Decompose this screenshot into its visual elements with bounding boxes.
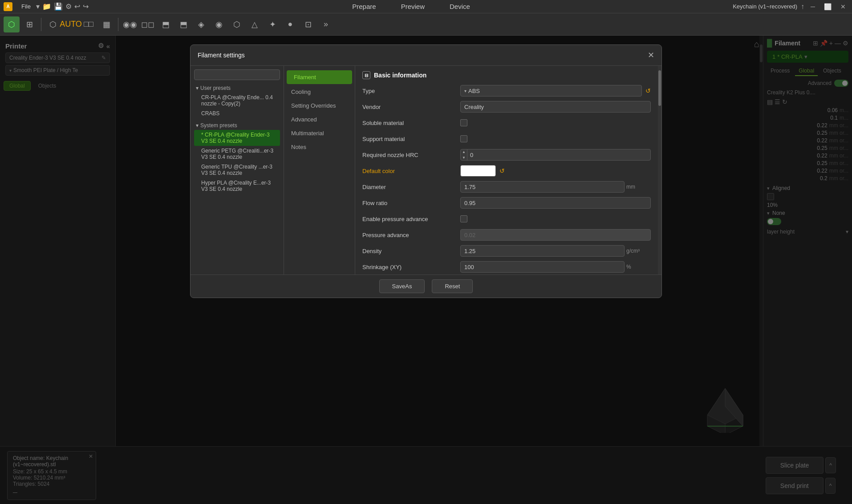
pressure-advance-label: Pressure advance xyxy=(362,232,460,238)
diameter-label: Diameter xyxy=(362,184,460,190)
nav-advanced[interactable]: Advanced xyxy=(284,113,355,126)
toolbar-modifier[interactable]: ◈ xyxy=(193,16,209,32)
toolbar-sep-2 xyxy=(118,18,118,31)
nav-multimaterial[interactable]: Multimaterial xyxy=(284,126,355,140)
tree-item-tpu[interactable]: Generic TPU @Creality ...er-3 V3 SE 0.4 … xyxy=(194,162,280,178)
type-select[interactable]: ▾ ABS xyxy=(460,85,642,97)
tree-item-petg[interactable]: Generic PETG @Crealiti...er-3 V3 SE 0.4 … xyxy=(194,146,280,162)
menu-items: File ▾ 📁 💾 ⚙ ↩ ↪ xyxy=(18,1,89,12)
nav-prepare[interactable]: Prepare xyxy=(349,1,379,12)
menu-icon-save[interactable]: 💾 xyxy=(53,1,64,12)
shrinkage-xy-unit: % xyxy=(626,264,651,270)
modal-scrollbar-thumb xyxy=(658,70,661,106)
toolbar-assemble[interactable]: ⊡ xyxy=(300,16,316,32)
type-label: Type xyxy=(362,88,460,94)
nav-filament[interactable]: Filament xyxy=(287,70,352,84)
modal-title: Filament settings xyxy=(198,52,245,59)
support-label: Support material xyxy=(362,136,460,142)
nav-cooling[interactable]: Cooling xyxy=(284,85,355,99)
field-soluble: Soluble material xyxy=(362,117,651,129)
tree-search-input[interactable] xyxy=(194,69,280,80)
upload-icon[interactable]: ↑ xyxy=(801,3,804,11)
toolbar-home[interactable]: ⬡ xyxy=(4,16,20,32)
toolbar-auto[interactable]: AUTO xyxy=(63,16,79,32)
diameter-input[interactable] xyxy=(460,181,625,193)
win-maximize[interactable]: ⬜ xyxy=(821,2,834,11)
density-unit: g/cm³ xyxy=(626,248,651,254)
tree-item-hyperpla[interactable]: Hyper PLA @Creality E...er-3 V3 SE 0.4 n… xyxy=(194,178,280,194)
density-label: Density xyxy=(362,248,460,254)
soluble-label: Soluble material xyxy=(362,120,460,126)
toolbar-seam[interactable]: ◉ xyxy=(211,16,227,32)
menu-icon-folder[interactable]: 📁 xyxy=(41,1,52,12)
nozzle-hrc-down[interactable]: ▼ xyxy=(461,155,467,161)
modal-nav: Filament Cooling Setting Overrides Advan… xyxy=(284,66,355,274)
win-minimize[interactable]: ─ xyxy=(808,2,818,11)
modal-scrollbar[interactable] xyxy=(658,66,661,274)
color-reset-icon[interactable]: ↺ xyxy=(499,167,505,174)
soluble-checkbox[interactable] xyxy=(460,119,467,126)
modal-overlay: Filament settings ✕ ▾ User presets CR-PL… xyxy=(0,36,852,504)
reset-button[interactable]: Reset xyxy=(432,279,473,293)
menu-icon-redo[interactable]: ↪ xyxy=(82,1,89,12)
toolbar-fuzzy[interactable]: ⬡ xyxy=(229,16,245,32)
field-vendor: Vendor xyxy=(362,101,651,113)
pressure-enable-checkbox[interactable] xyxy=(460,215,467,222)
field-diameter: Diameter mm xyxy=(362,181,651,193)
menu-icon-settings[interactable]: ⚙ xyxy=(65,1,73,12)
tree-item-crabs[interactable]: CRABS xyxy=(194,109,280,118)
menu-icon-undo[interactable]: ↩ xyxy=(73,1,81,12)
type-reset-icon[interactable]: ↺ xyxy=(645,87,651,94)
tree-item-crpla-selected[interactable]: * CR-PLA @Creality Ender-3 V3 SE 0.4 noz… xyxy=(194,130,280,146)
toolbar-add-object[interactable]: ⊞ xyxy=(21,16,37,32)
default-color-picker[interactable] xyxy=(460,165,496,177)
nozzle-hrc-up[interactable]: ▲ xyxy=(461,149,467,155)
vendor-input[interactable] xyxy=(460,101,651,113)
modal-tree: ▾ User presets CR-PLA @Creality Ende... … xyxy=(191,66,284,274)
toolbar-place[interactable]: ⬡ xyxy=(45,16,61,32)
field-support: Support material xyxy=(362,133,651,145)
nozzle-hrc-spinner[interactable]: ▲ ▼ 0 xyxy=(460,149,651,161)
shrinkage-xy-label: Shrinkage (XY) xyxy=(362,264,460,270)
shrinkage-xy-input[interactable] xyxy=(460,261,625,273)
modal-content-area: ⊟ Basic information Type ▾ ABS ↺ xyxy=(355,66,658,274)
modal-footer: SaveAs Reset xyxy=(191,274,661,298)
toolbar-plate[interactable]: □□ xyxy=(81,16,97,32)
toolbar-measure[interactable]: ● xyxy=(282,16,298,32)
pressure-advance-input xyxy=(460,229,651,241)
field-pressure-advance: Pressure advance xyxy=(362,229,651,241)
system-presets-chevron: ▾ xyxy=(196,122,199,129)
nozzle-hrc-label: Required nozzle HRC xyxy=(362,152,460,158)
menu-dropdown-icon[interactable]: ▾ xyxy=(35,1,41,12)
toolbar-multi1[interactable]: ◉◉ xyxy=(122,16,138,32)
vendor-label: Vendor xyxy=(362,104,460,110)
toolbar-text[interactable]: △ xyxy=(247,16,263,32)
nav-notes[interactable]: Notes xyxy=(284,140,355,154)
toolbar-sep-1 xyxy=(41,18,41,31)
main-nav: Prepare Preview Device xyxy=(95,1,727,12)
menu-bar: A File ▾ 📁 💾 ⚙ ↩ ↪ Prepare Preview Devic… xyxy=(0,0,852,13)
nozzle-hrc-value: 0 xyxy=(467,152,650,158)
density-input[interactable] xyxy=(460,245,625,257)
win-close[interactable]: ✕ xyxy=(838,2,848,11)
saveas-button[interactable]: SaveAs xyxy=(379,279,425,293)
modal-close-button[interactable]: ✕ xyxy=(648,50,654,60)
tree-item-copy2[interactable]: CR-PLA @Creality Ende... 0.4 nozzle - Co… xyxy=(194,93,280,109)
field-pressure-advance-enable: Enable pressure advance xyxy=(362,213,651,225)
section-icon: ⊟ xyxy=(362,71,370,79)
flow-ratio-input[interactable] xyxy=(460,197,651,209)
toolbar-multi2[interactable]: ◻◻ xyxy=(140,16,156,32)
toolbar-support1[interactable]: ⬒ xyxy=(158,16,174,32)
menu-file[interactable]: File xyxy=(18,2,34,11)
toolbar-svg[interactable]: ✦ xyxy=(264,16,280,32)
nav-setting-overrides[interactable]: Setting Overrides xyxy=(284,99,355,113)
support-checkbox[interactable] xyxy=(460,135,467,142)
nav-device[interactable]: Device xyxy=(446,1,474,12)
nav-preview[interactable]: Preview xyxy=(398,1,428,12)
toolbar-support2[interactable]: ⬒ xyxy=(175,16,191,32)
spinner-arrows: ▲ ▼ xyxy=(461,149,467,161)
user-presets-chevron: ▾ xyxy=(196,85,199,91)
field-type: Type ▾ ABS ↺ xyxy=(362,85,651,97)
toolbar-more[interactable]: » xyxy=(318,16,334,32)
toolbar-split[interactable]: ▦ xyxy=(98,16,114,32)
